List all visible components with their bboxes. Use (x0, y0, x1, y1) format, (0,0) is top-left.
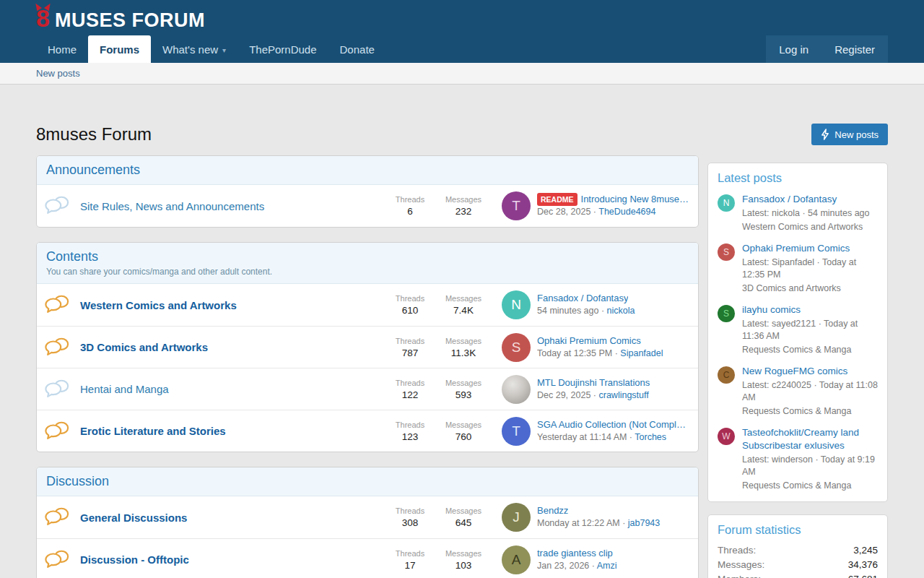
messages-label: Messages (437, 420, 490, 429)
latest-post-link[interactable]: Fansadox / Dofantasy (742, 194, 837, 204)
messages-value: 7.4K (437, 305, 490, 316)
forum-list: Announcements Site Rules, News and Annou… (36, 155, 699, 578)
threads-label: Threads (383, 420, 437, 429)
last-post-user-link[interactable]: TheDude4694 (598, 207, 655, 217)
chat-bubbles-icon (45, 420, 74, 442)
forum-title-link[interactable]: Erotic Literature and Stories (80, 425, 226, 437)
avatar[interactable]: S (718, 305, 735, 322)
forum-title-link[interactable]: Hentai and Manga (80, 383, 169, 395)
forum-row: Site Rules, News and Announcements Threa… (37, 185, 698, 227)
lightning-bolt-icon (821, 129, 829, 140)
nav-porndude[interactable]: ThePornDude (237, 35, 328, 63)
latest-post-link[interactable]: Tasteofchoklit/Creamy land Subscribestar… (742, 427, 859, 451)
threads-stat: Threads 123 (383, 420, 437, 442)
nav-whats-new[interactable]: What's new ▾ (151, 35, 237, 63)
last-post-date: Jan 23, 2026 · (537, 561, 595, 571)
new-posts-button[interactable]: New posts (811, 124, 888, 145)
latest-post-link[interactable]: ilayhu comics (742, 304, 801, 315)
threads-value: 122 (383, 389, 437, 400)
threads-value: 787 (383, 348, 437, 358)
stat-row: Threads: 3,245 (718, 545, 878, 556)
last-post-user-link[interactable]: Amzi (597, 561, 617, 571)
forum-statistics-title: Forum statistics (718, 523, 878, 537)
register-button[interactable]: Register (821, 35, 888, 63)
messages-value: 232 (437, 206, 490, 217)
category-header: Contents You can share your comics/manga… (37, 243, 698, 284)
messages-label: Messages (437, 506, 490, 515)
stat-value: 34,376 (848, 559, 878, 570)
nav-donate[interactable]: Donate (328, 35, 386, 63)
latest-post-item: S Ophaki Premium Comics Latest: Sipanfad… (718, 242, 878, 295)
category-contents: Contents You can share your comics/manga… (36, 242, 699, 452)
avatar[interactable]: T (502, 191, 531, 220)
messages-stat: Messages 593 (437, 379, 490, 400)
site-logo[interactable]: 8 MUSES FORUM (36, 7, 205, 30)
avatar[interactable]: S (502, 333, 531, 362)
last-post-link[interactable]: MTL Doujinshi Translations (537, 376, 650, 389)
last-post-date: Yesterday at 11:14 AM · (537, 432, 632, 442)
last-post-date: Dec 29, 2025 · (537, 390, 596, 400)
stat-label: Messages: (718, 559, 764, 570)
last-post-link[interactable]: Introducing New 8muses ... (581, 193, 690, 206)
avatar[interactable]: J (502, 503, 531, 532)
avatar[interactable]: S (718, 243, 735, 261)
latest-post-forum: 3D Comics and Artworks (742, 282, 878, 295)
last-post-user-link[interactable]: Sipanfadel (620, 348, 663, 358)
latest-post-link[interactable]: New RogueFMG comics (742, 366, 847, 376)
last-post-link[interactable]: Ophaki Premium Comics (537, 335, 641, 348)
latest-post-meta: Latest: winderson · Today at 9:19 AM (742, 454, 878, 478)
last-post-user-link[interactable]: Torches (635, 432, 666, 442)
latest-post-item: C New RogueFMG comics Latest: c2240025 ·… (718, 365, 878, 418)
last-post-link[interactable]: trade giantess clip (537, 547, 613, 560)
forum-title-link[interactable]: Discussion - Offtopic (80, 553, 189, 566)
latest-post-link[interactable]: Ophaki Premium Comics (742, 243, 850, 254)
avatar-photo[interactable] (502, 375, 531, 404)
last-post: Fansadox / Dofantasy 54 minutes ago · ni… (537, 292, 690, 318)
latest-post-forum: Requests Comics & Manga (742, 405, 878, 418)
avatar[interactable]: T (502, 417, 531, 446)
avatar[interactable]: C (718, 366, 735, 384)
latest-post-meta: Latest: c2240025 · Today at 11:08 AM (742, 379, 878, 404)
nav-home[interactable]: Home (36, 35, 88, 63)
messages-stat: Messages 760 (437, 420, 490, 442)
stat-value: 67,681 (848, 574, 878, 578)
subnav-new-posts-link[interactable]: New posts (36, 68, 80, 79)
avatar[interactable]: N (718, 194, 735, 212)
threads-label: Threads (383, 195, 437, 204)
threads-value: 308 (383, 517, 437, 528)
forum-title-link[interactable]: General Discussions (80, 512, 187, 524)
avatar[interactable]: W (718, 428, 735, 445)
nav-forums[interactable]: Forums (88, 35, 151, 63)
forum-row: Erotic Literature and Stories Threads 12… (37, 410, 698, 452)
avatar[interactable]: N (502, 290, 531, 319)
forum-title-link[interactable]: Site Rules, News and Announcements (80, 200, 264, 212)
forum-title-link[interactable]: 3D Comics and Artworks (80, 341, 208, 353)
category-description: You can share your comics/manga and othe… (46, 267, 689, 277)
last-post: Ophaki Premium Comics Today at 12:35 PM … (537, 335, 690, 361)
stat-label: Threads: (718, 545, 756, 556)
last-post-user-link[interactable]: jab7943 (628, 518, 661, 528)
threads-value: 610 (383, 305, 437, 316)
chat-bubbles-icon (45, 506, 74, 528)
forum-row: General Discussions Threads 308 Messages… (37, 496, 698, 538)
last-post-link[interactable]: SGA Audio Collection (Not Complet... (537, 418, 690, 431)
last-post-date: Dec 28, 2025 · (537, 207, 596, 217)
chat-bubbles-icon (45, 337, 74, 358)
category-title: Announcements (46, 163, 689, 178)
last-post-link[interactable]: Fansadox / Dofantasy (537, 292, 628, 305)
last-post: Bendzz Monday at 12:22 AM · jab7943 (537, 504, 690, 530)
chat-bubbles-icon (45, 294, 74, 316)
avatar[interactable]: A (502, 545, 531, 574)
latest-post-forum: Western Comics and Artworks (742, 221, 870, 233)
login-button[interactable]: Log in (766, 35, 821, 63)
messages-label: Messages (437, 379, 490, 387)
forum-title-link[interactable]: Western Comics and Artworks (80, 299, 237, 311)
latest-post-forum: Requests Comics & Manga (742, 344, 878, 356)
last-post-user-link[interactable]: nickola (607, 306, 635, 316)
last-post-user-link[interactable]: crawlingstuff (598, 390, 648, 400)
last-post: README Introducing New 8muses ... Dec 28… (537, 193, 690, 219)
readme-badge: README (537, 193, 578, 206)
messages-value: 760 (437, 431, 490, 442)
category-title: Discussion (46, 474, 689, 489)
last-post-link[interactable]: Bendzz (537, 504, 568, 517)
